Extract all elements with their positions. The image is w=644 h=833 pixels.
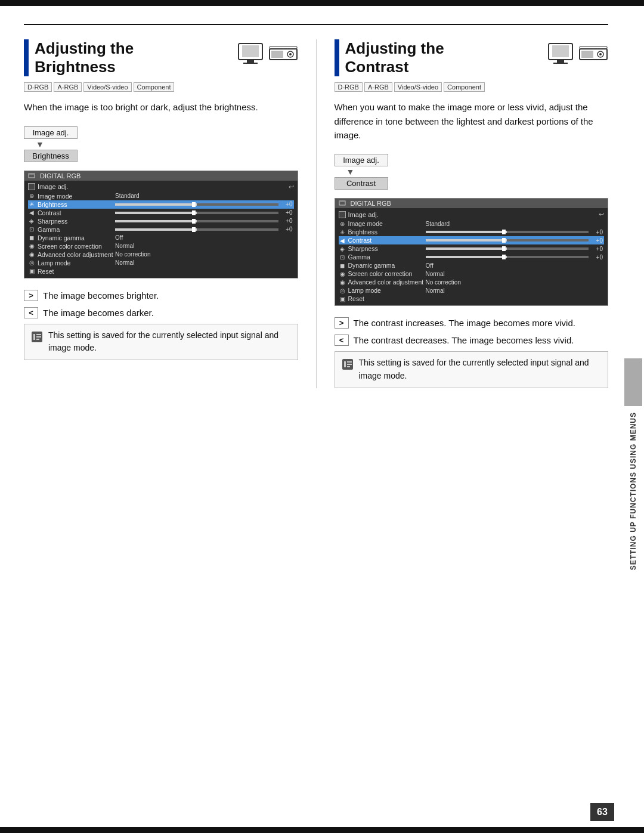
svg-rect-1: [242, 45, 259, 57]
ss-val-4-left: +0: [278, 226, 293, 233]
ss-row-7-right: ◉ Advanced color adjustment No correctio…: [339, 278, 605, 286]
menu-box-brightness: Brightness: [24, 150, 78, 162]
ss-thumb-4-left: [192, 227, 196, 232]
ss-row-4-left: ⊡ Gamma +0: [28, 225, 294, 234]
brightness-menu-flow: Image adj. ▼ Brightness: [24, 126, 298, 162]
ss-fill-3-left: [115, 220, 197, 222]
screenshot-titlebar-left: DIGITAL RGB: [24, 171, 298, 181]
ss-row-icon-8-right: ◎: [340, 287, 348, 294]
btn-less-left: <: [24, 307, 38, 318]
contrast-title-line1: Adjusting the: [345, 39, 444, 58]
bottom-bar: [0, 827, 644, 833]
ss-row-name-5-left: Dynamic gamma: [38, 234, 115, 241]
ss-val-4-right: +0: [589, 254, 603, 261]
ss-fill-4-left: [115, 228, 197, 231]
brightness-title-block: Adjusting the Brightness: [24, 39, 231, 76]
ss-fill-4-right: [426, 256, 507, 258]
contrast-section: Adjusting the Contrast: [317, 39, 609, 388]
brightness-title-line2: Brightness: [35, 58, 134, 76]
ss-row-3-right: ◈ Sharpness +0: [339, 244, 605, 253]
ss-thumb-3-right: [502, 246, 506, 251]
screenshot-inner-right: Image adj. ↩ ⊛ Image mode Standard ✳ Bri…: [335, 208, 608, 305]
menu-box-contrast: Contrast: [335, 177, 388, 190]
ss-row-8-right: ◎ Lamp mode Normal: [339, 286, 605, 295]
right-sidebar: SETTING UP FUNCTIONS USING MENUS: [623, 119, 644, 809]
screenshot-menu-header-left: Image adj. ↩: [28, 183, 294, 191]
ss-row-name-3-right: Sharpness: [348, 245, 426, 252]
contrast-note: This setting is saved for the currently …: [335, 351, 609, 388]
screenshot-title-right: DIGITAL RGB: [351, 200, 391, 207]
tag-drgb: D-RGB: [24, 82, 52, 92]
svg-rect-3: [243, 63, 258, 64]
ss-row-val-0-left: Standard: [115, 193, 140, 199]
ss-row-name-9-left: Reset: [38, 268, 115, 275]
ss-row-4-right: ⊡ Gamma +0: [339, 253, 605, 261]
ss-fill-2-left: [115, 212, 197, 214]
ss-row-name-2-left: Contrast: [38, 209, 115, 216]
brightness-screenshot: DIGITAL RGB Image adj. ↩ ⊛ Image mode St…: [24, 171, 298, 278]
ss-row-icon-4-right: ⊡: [340, 254, 348, 261]
menu-box-imageadj-left: Image adj.: [24, 126, 78, 139]
screenshot-titlebar-right: DIGITAL RGB: [335, 199, 608, 208]
ss-track-1-left: [115, 203, 278, 206]
ss-fill-1-right: [426, 231, 507, 233]
svg-rect-15: [36, 339, 39, 340]
note-svg-left: [30, 330, 44, 343]
contrast-info-greater: > The contrast increases. The image beco…: [335, 317, 609, 329]
ss-row-2-right: ◀ Contrast +0: [339, 236, 605, 244]
tag-component-right: Component: [444, 82, 485, 92]
brightness-title-line1: Adjusting the: [35, 39, 134, 58]
contrast-tags: D-RGB A-RGB Video/S-video Component: [335, 82, 609, 92]
menu-arrow-right: ▼: [346, 167, 355, 176]
main-content: Adjusting the Brightness: [24, 39, 608, 388]
ss-row-9-left: ▣ Reset: [28, 267, 294, 275]
ss-row-1-left: ✳ Brightness +0: [28, 200, 294, 209]
svg-point-23: [599, 53, 602, 55]
ss-row-8-left: ◎ Lamp mode Normal: [28, 259, 294, 267]
ss-fill-2-right: [426, 239, 507, 241]
ss-row-name-0-left: Image mode: [38, 193, 115, 200]
brightness-info-greater: > The image becomes brighter.: [24, 289, 298, 302]
ss-row-icon-8-left: ◎: [29, 259, 38, 266]
ss-track-1-right: [426, 231, 589, 233]
ss-thumb-3-left: [192, 219, 196, 224]
sidebar-label: SETTING UP FUNCTIONS USING MENUS: [629, 412, 637, 570]
ss-row-icon-7-left: ◉: [29, 251, 38, 258]
ss-thumb-1-left: [192, 202, 196, 207]
contrast-description: When you want to make the image more or …: [335, 100, 609, 142]
svg-rect-17: [552, 45, 569, 57]
ss-menu-title-left: Image adj.: [38, 183, 286, 190]
menu-box-imageadj-right: Image adj.: [335, 154, 388, 166]
contrast-menu-flow: Image adj. ▼ Contrast: [335, 154, 609, 190]
ss-val-7-right: No correction: [426, 279, 461, 286]
ss-row-icon-2-right: ◀: [340, 237, 348, 244]
blue-bar-contrast: [335, 39, 339, 76]
btn-less-right: <: [335, 335, 349, 346]
ss-slider-3-left: [115, 220, 278, 222]
ss-row-9-right: ▣ Reset: [339, 295, 605, 303]
ss-val-5-left: Off: [115, 234, 123, 241]
blue-bar-brightness: [24, 39, 29, 76]
ss-checkbox-right: [339, 211, 346, 218]
ss-row-icon-6-left: ◉: [29, 243, 38, 249]
svg-rect-2: [247, 60, 254, 63]
ss-row-icon-0-left: ⊛: [29, 193, 38, 199]
ss-val-6-left: Normal: [115, 243, 134, 249]
vcr-icon-right: [578, 44, 608, 63]
ss-row-6-right: ◉ Screen color correction Normal: [339, 270, 605, 278]
ss-row-name-3-left: Sharpness: [38, 218, 115, 225]
svg-rect-12: [33, 334, 35, 340]
tag-drgb-right: D-RGB: [335, 82, 363, 92]
ss-row-icon-9-right: ▣: [340, 296, 348, 302]
ss-row-name-8-left: Lamp mode: [38, 259, 115, 267]
ss-row-icon-3-left: ◈: [29, 218, 38, 224]
divider-top: [24, 24, 608, 25]
ss-slider-4-right: [426, 256, 589, 258]
ss-row-name-7-left: Advanced color adjustment: [38, 251, 115, 258]
ss-row-icon-4-left: ⊡: [29, 226, 38, 233]
contrast-screenshot: DIGITAL RGB Image adj. ↩ ⊛ Image mode St…: [335, 198, 609, 306]
info-text-greater-right: The contrast increases. The image become…: [354, 317, 575, 329]
ss-val-3-right: +0: [589, 246, 603, 252]
brightness-tags: D-RGB A-RGB Video/S-video Component: [24, 82, 298, 92]
ss-val-6-right: Normal: [426, 271, 445, 277]
